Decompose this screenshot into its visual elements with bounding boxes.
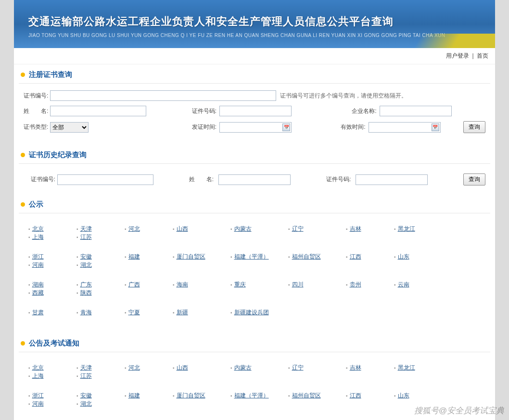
province-link[interactable]: 福州自贸区	[292, 253, 321, 260]
home-link[interactable]: 首页	[477, 52, 488, 59]
list-bullet-icon: ▪	[230, 310, 232, 315]
province-link[interactable]: 江苏	[80, 372, 92, 379]
province-cell: ▪辽宁	[288, 225, 346, 233]
province-cell: ▪宁夏	[125, 309, 173, 317]
province-cell: ▪河北	[125, 225, 173, 233]
list-bullet-icon: ▪	[173, 365, 175, 371]
list-bullet-icon: ▪	[28, 290, 30, 296]
issue-date-input[interactable]	[219, 122, 292, 133]
province-link[interactable]: 福建（平潭）	[234, 253, 269, 260]
province-link[interactable]: 河北	[128, 225, 140, 232]
province-link[interactable]: 安徽	[80, 392, 92, 399]
search-button[interactable]: 查询	[463, 121, 485, 133]
province-link[interactable]: 北京	[32, 364, 44, 371]
history-cert-no-input[interactable]	[57, 174, 153, 185]
province-link[interactable]: 西藏	[32, 289, 44, 296]
province-link[interactable]: 辽宁	[292, 364, 304, 371]
province-link[interactable]: 甘肃	[32, 309, 44, 316]
province-link[interactable]: 新疆	[177, 309, 188, 316]
province-link[interactable]: 山西	[177, 364, 188, 371]
province-link[interactable]: 山西	[177, 225, 188, 232]
history-query-form: 证书编号: 姓 名: 证件号码: 查询	[19, 171, 490, 194]
list-bullet-icon: ▪	[394, 393, 396, 398]
province-link[interactable]: 吉林	[350, 225, 361, 232]
province-link[interactable]: 吉林	[350, 364, 361, 371]
province-link[interactable]: 黑龙江	[398, 225, 415, 232]
name-input[interactable]	[50, 106, 146, 116]
province-link[interactable]: 山东	[398, 392, 409, 399]
province-cell: ▪黑龙江	[394, 364, 442, 372]
history-id-no-input[interactable]	[356, 174, 428, 185]
province-link[interactable]: 福州自贸区	[292, 392, 321, 399]
province-link[interactable]: 福建	[128, 253, 140, 260]
province-link[interactable]: 重庆	[234, 281, 246, 288]
province-cell: ▪福建（平潭）	[230, 392, 288, 400]
province-cell: ▪上海	[28, 233, 76, 241]
province-link[interactable]: 河南	[32, 261, 44, 268]
province-link[interactable]: 陕西	[80, 289, 92, 296]
province-link[interactable]: 山东	[398, 253, 409, 260]
list-bullet-icon: ▪	[28, 401, 30, 407]
province-cell: ▪安徽	[76, 392, 125, 400]
list-bullet-icon: ▪	[76, 373, 78, 379]
province-link[interactable]: 安徽	[80, 253, 92, 260]
province-link[interactable]: 北京	[32, 225, 44, 232]
province-link[interactable]: 天津	[80, 364, 92, 371]
list-bullet-icon: ▪	[125, 254, 127, 259]
province-link[interactable]: 河南	[32, 400, 44, 407]
province-link[interactable]: 青海	[80, 309, 92, 316]
province-link[interactable]: 江苏	[80, 234, 92, 240]
list-bullet-icon: ▪	[28, 365, 30, 371]
province-cell: ▪天津	[76, 225, 125, 233]
company-input[interactable]	[380, 106, 452, 116]
province-link[interactable]: 福建	[128, 392, 140, 399]
cert-type-select[interactable]: 全部	[50, 122, 89, 133]
province-link[interactable]: 贵州	[350, 281, 361, 288]
calendar-icon[interactable]: 📅	[432, 124, 439, 131]
province-cell: ▪河南	[28, 400, 76, 408]
province-link[interactable]: 新疆建设兵团	[234, 309, 269, 316]
province-cell: ▪浙江	[28, 253, 76, 261]
province-link[interactable]: 宁夏	[128, 309, 140, 316]
province-link[interactable]: 上海	[32, 372, 44, 379]
history-name-input[interactable]	[218, 174, 291, 185]
list-bullet-icon: ▪	[173, 226, 175, 232]
province-link[interactable]: 天津	[80, 225, 92, 232]
valid-date-input[interactable]	[369, 122, 441, 133]
province-cell: ▪内蒙古	[230, 225, 288, 233]
login-link[interactable]: 用户登录	[446, 52, 469, 59]
list-bullet-icon: ▪	[76, 226, 78, 232]
province-link[interactable]: 浙江	[32, 392, 44, 399]
province-cell: ▪河北	[125, 364, 173, 372]
calendar-icon[interactable]: 📅	[282, 124, 290, 131]
province-link[interactable]: 河北	[128, 364, 140, 371]
province-link[interactable]: 广西	[128, 281, 140, 288]
province-link[interactable]: 海南	[177, 281, 188, 288]
province-cell: ▪江苏	[76, 233, 125, 241]
history-name-label: 姓 名:	[189, 175, 216, 184]
province-link[interactable]: 江西	[350, 392, 361, 399]
province-link[interactable]: 广东	[80, 281, 92, 288]
province-link[interactable]: 浙江	[32, 253, 44, 260]
province-link[interactable]: 福建（平潭）	[234, 392, 269, 399]
province-link[interactable]: 云南	[398, 281, 409, 288]
cert-no-input[interactable]	[50, 90, 276, 101]
province-link[interactable]: 黑龙江	[398, 364, 415, 371]
province-link[interactable]: 内蒙古	[234, 364, 252, 371]
province-link[interactable]: 内蒙古	[234, 225, 252, 232]
id-no-input[interactable]	[219, 106, 292, 116]
province-link[interactable]: 厦门自贸区	[177, 392, 205, 399]
history-search-button[interactable]: 查询	[463, 173, 485, 185]
province-link[interactable]: 湖北	[80, 261, 92, 268]
province-link[interactable]: 湖北	[80, 400, 92, 407]
province-link[interactable]: 辽宁	[292, 225, 304, 232]
province-link[interactable]: 厦门自贸区	[177, 253, 205, 260]
province-link[interactable]: 四川	[292, 281, 304, 288]
province-link[interactable]: 江西	[350, 253, 361, 260]
top-nav: 用户登录 | 首页	[14, 48, 495, 64]
list-bullet-icon: ▪	[394, 282, 396, 287]
province-cell: ▪山西	[173, 364, 230, 372]
province-link[interactable]: 湖南	[32, 281, 44, 288]
province-link[interactable]: 上海	[32, 234, 44, 240]
province-cell: ▪北京	[28, 364, 76, 372]
